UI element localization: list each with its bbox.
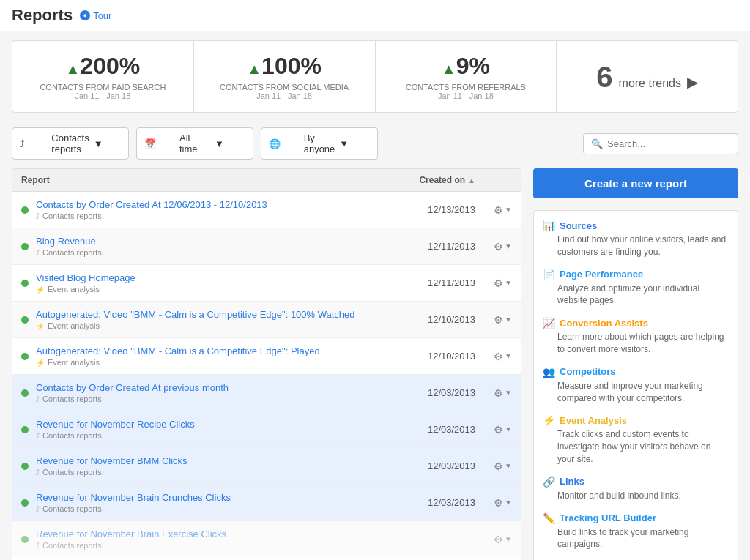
col-report-header: Report	[21, 175, 387, 185]
row-actions: ⚙ ▼	[475, 351, 512, 362]
sidebar-item-desc-page-performance: Analyze and optimize your individual web…	[543, 283, 729, 307]
create-report-button[interactable]: Create a new report	[533, 168, 738, 198]
row-actions: ⚙ ▼	[475, 314, 512, 326]
table-row: Revenue for November Brain Exercise Clic…	[12, 521, 521, 557]
row-main: Revenue for November Brain Crunches Clic…	[36, 492, 387, 513]
row-dropdown-icon[interactable]: ▼	[505, 352, 512, 360]
filters-row: ⤴ Contacts reports ▼ 📅 All time ▼ 🌐 By a…	[0, 122, 750, 168]
row-status-dot	[21, 316, 29, 324]
row-dropdown-icon[interactable]: ▼	[505, 389, 512, 397]
row-date: 12/13/2013	[387, 204, 475, 215]
row-subtitle-text: Event analysis	[48, 321, 100, 330]
table-row: Contacts by Order Created At previous mo…	[12, 375, 521, 411]
row-dropdown-icon[interactable]: ▼	[505, 425, 512, 433]
col-created-header: Created on ▲	[387, 175, 475, 185]
sidebar-item-label-links: Links	[560, 476, 584, 487]
sidebar-item-title-conversion-assists[interactable]: 📈 Conversion Assists	[543, 317, 729, 329]
time-range-filter[interactable]: 📅 All time ▼	[136, 127, 253, 160]
sidebar-item-event-analysis: ⚡ Event Analysis Track clicks and custom…	[543, 414, 729, 465]
sidebar-item-title-tracking-url-builder[interactable]: ✏️ Tracking URL Builder	[543, 512, 729, 524]
row-dropdown-icon[interactable]: ▼	[505, 242, 512, 250]
row-status-dot	[21, 389, 29, 397]
report-type-icon: ⤴	[20, 138, 47, 149]
sidebar-item-label-competitors: Competitors	[560, 366, 616, 377]
tour-link[interactable]: ● Tour	[80, 10, 111, 21]
row-actions: ⚙ ▼	[475, 497, 512, 509]
sidebar-item-title-sources[interactable]: 📊 Sources	[543, 220, 729, 231]
row-title-link[interactable]: Contacts by Order Created At previous mo…	[36, 382, 229, 393]
page-header: Reports ● Tour	[0, 0, 750, 31]
row-dropdown-icon[interactable]: ▼	[505, 206, 512, 214]
row-title-link[interactable]: Revenue for November Recipe Clicks	[36, 419, 195, 430]
row-title-link[interactable]: Revenue for November Brain Exercise Clic…	[36, 529, 226, 540]
row-title-link[interactable]: Autogenerated: Video "BMM - Calm is a Co…	[36, 309, 355, 320]
row-dropdown-icon[interactable]: ▼	[505, 316, 512, 324]
row-actions: ⚙ ▼	[475, 204, 512, 216]
row-title-link[interactable]: Visited Blog Homepage	[36, 272, 135, 283]
row-subtitle-text: Event analysis	[48, 358, 100, 367]
gear-icon[interactable]: ⚙	[494, 424, 503, 436]
trend-referrals-arrow: ▲	[442, 61, 456, 77]
row-subtitle-text: Contacts reports	[42, 395, 102, 403]
row-main: Contacts by Order Created At 12/06/2013 …	[36, 199, 387, 220]
row-status-dot	[21, 463, 29, 470]
row-subtitle: ⤴ Contacts reports	[36, 248, 387, 257]
gear-icon[interactable]: ⚙	[494, 460, 503, 472]
trend-paid-search-date: Jan 11 - Jan 18	[24, 92, 182, 100]
row-actions: ⚙ ▼	[475, 277, 512, 289]
row-title-link[interactable]: Blog Revenue	[36, 236, 96, 247]
row-title-link[interactable]: Autogenerated: Video "BMM - Calm is a Co…	[36, 346, 320, 356]
sidebar-item-conversion-assists: 📈 Conversion Assists Learn more about wh…	[543, 317, 729, 356]
row-dropdown-icon[interactable]: ▼	[505, 499, 512, 507]
row-subtitle: ⤴ Contacts reports	[36, 541, 387, 550]
gear-icon[interactable]: ⚙	[494, 204, 503, 216]
table-row: Revenue for November BMM Clicks ⤴ Contac…	[12, 448, 521, 485]
gear-icon[interactable]: ⚙	[494, 277, 503, 289]
row-date: 12/11/2013	[387, 277, 475, 288]
row-date: 12/10/2013	[387, 314, 475, 325]
gear-icon[interactable]: ⚙	[494, 314, 503, 326]
trend-more[interactable]: 6 more trends ▶	[557, 41, 738, 112]
row-subtitle-text: Event analysis	[48, 285, 100, 294]
time-range-value: All time	[179, 132, 210, 154]
row-title-link[interactable]: Revenue for November Brain Crunches Clic…	[36, 492, 231, 503]
search-box[interactable]: 🔍	[583, 133, 738, 154]
row-dropdown-icon[interactable]: ▼	[505, 462, 512, 470]
created-by-filter[interactable]: 🌐 By anyone ▼	[261, 127, 378, 160]
row-date: 12/03/2013	[387, 497, 475, 508]
row-main: Autogenerated: Video "BMM - Calm is a Co…	[36, 309, 387, 330]
row-dropdown-icon[interactable]: ▼	[505, 279, 512, 287]
row-date: 12/03/2013	[387, 424, 475, 435]
row-title-link[interactable]: Contacts by Order Created At 12/06/2013 …	[36, 199, 267, 210]
table-row: Autogenerated: Video "BMM - Calm is a Co…	[12, 338, 521, 375]
gear-icon[interactable]: ⚙	[494, 351, 503, 362]
sidebar-item-title-event-analysis[interactable]: ⚡ Event Analysis	[543, 414, 729, 426]
sidebar-item-competitors: 👥 Competitors Measure and improve your m…	[543, 366, 729, 405]
row-actions: ⚙ ▼	[475, 460, 512, 472]
gear-icon[interactable]: ⚙	[494, 497, 503, 509]
sidebar-item-desc-sources: Find out how your online visitors, leads…	[543, 234, 729, 258]
row-sub-icon: ⤴	[36, 432, 40, 440]
search-input[interactable]	[607, 138, 730, 149]
gear-icon[interactable]: ⚙	[494, 387, 503, 399]
created-by-value: By anyone	[304, 132, 335, 154]
sidebar-item-label-conversion-assists: Conversion Assists	[560, 318, 648, 329]
row-title-link[interactable]: Revenue for November BMM Clicks	[36, 455, 188, 466]
report-type-filter[interactable]: ⤴ Contacts reports ▼	[12, 127, 129, 160]
sidebar-item-desc-event-analysis: Track clicks and custom events to invest…	[543, 428, 729, 465]
sidebar-item-title-competitors[interactable]: 👥 Competitors	[543, 366, 729, 378]
sidebar-icon-links: 🔗	[543, 476, 555, 488]
row-status-dot	[21, 280, 29, 287]
row-main: Contacts by Order Created At previous mo…	[36, 382, 387, 403]
row-main: Revenue for November BMM Clicks ⤴ Contac…	[36, 455, 387, 477]
sidebar-icon-page-performance: 📄	[543, 269, 555, 280]
row-main: Visited Blog Homepage ⚡ Event analysis	[36, 272, 387, 294]
sidebar-item-title-page-performance[interactable]: 📄 Page Performance	[543, 269, 729, 280]
report-type-arrow: ▼	[94, 138, 121, 149]
trend-referrals-label: CONTACTS FROM REFERRALS	[387, 83, 545, 92]
gear-icon[interactable]: ⚙	[494, 241, 503, 253]
row-dropdown-icon[interactable]: ▼	[505, 535, 512, 543]
sidebar-item-title-links[interactable]: 🔗 Links	[543, 476, 729, 488]
trend-paid-search-percent: ▲200%	[24, 53, 182, 80]
gear-icon[interactable]: ⚙	[494, 534, 503, 545]
